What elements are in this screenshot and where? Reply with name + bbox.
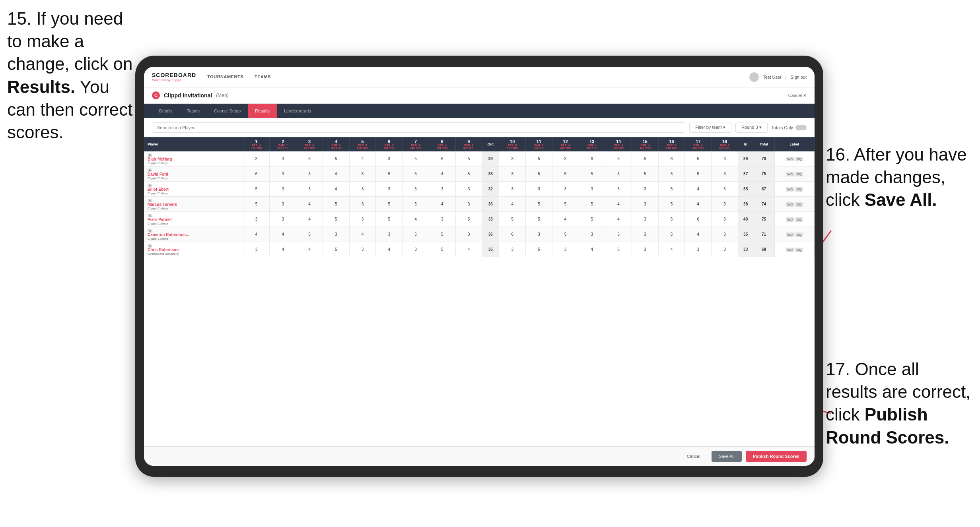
score-h7[interactable]: 4 [402,212,429,227]
score-h6[interactable]: 5 [376,167,402,182]
player-name[interactable]: Cameron Robertson... [148,232,241,237]
score-h9[interactable]: 5 [455,167,482,182]
score-h2[interactable]: 4 [270,242,296,257]
dq-button[interactable]: DQ [795,172,803,176]
score-h15[interactable]: 5 [632,167,658,182]
score-h14[interactable]: 3 [605,167,632,182]
wd-button[interactable]: WD [786,187,794,192]
score-h5[interactable]: 4 [349,151,376,167]
score-h11[interactable]: 5 [526,151,552,167]
score-h13[interactable]: 3 [579,227,605,242]
score-h9[interactable]: 5 [455,151,482,167]
tab-teams[interactable]: Teams [180,104,207,118]
dq-button[interactable]: DQ [795,248,803,252]
player-name[interactable]: Piers Parnell [148,217,241,222]
score-h16[interactable]: 6 [658,151,685,167]
score-h15[interactable]: 5 [632,151,658,167]
tab-leaderboards[interactable]: Leaderboards [277,104,318,118]
score-h8[interactable]: 5 [429,242,455,257]
score-h13[interactable]: 5 [579,212,605,227]
score-h13[interactable]: 3 [579,182,605,197]
score-h11[interactable]: 5 [526,167,552,182]
score-h4[interactable]: 5 [323,151,349,167]
score-h5[interactable]: 3 [349,182,376,197]
round-dropdown[interactable]: Round 3 ▾ [735,122,768,133]
score-h9[interactable]: 4 [455,242,482,257]
tab-details[interactable]: Details [152,104,180,118]
score-h15[interactable]: 3 [632,212,658,227]
score-h17[interactable]: 4 [685,182,712,197]
score-h6[interactable]: 3 [376,151,402,167]
tab-course-setup[interactable]: Course Setup [207,104,248,118]
score-h12[interactable]: 3 [552,242,579,257]
player-name[interactable]: Elliot Ebert [148,187,241,192]
score-h3[interactable]: 5 [296,151,323,167]
score-h4[interactable]: 4 [323,182,349,197]
score-h9[interactable]: 3 [455,197,482,212]
dq-button[interactable]: DQ [795,202,803,207]
score-h12[interactable]: 3 [552,151,579,167]
score-h8[interactable]: 3 [429,212,455,227]
score-h10[interactable]: 5 [499,212,526,227]
score-h17[interactable]: 5 [685,151,712,167]
score-h3[interactable]: 3 [296,182,323,197]
score-h13[interactable]: 5 [579,167,605,182]
wd-button[interactable]: WD [786,248,794,252]
totals-only-toggle[interactable]: Totals Only [772,125,807,130]
score-h3[interactable]: 4 [296,242,323,257]
score-h16[interactable]: 5 [658,197,685,212]
score-h17[interactable]: 4 [685,197,712,212]
score-h16[interactable]: 3 [658,167,685,182]
score-h1[interactable]: 5 [243,182,270,197]
score-h17[interactable]: 5 [685,167,712,182]
score-h8[interactable]: 5 [429,227,455,242]
wd-button[interactable]: WD [786,202,794,207]
score-h7[interactable]: 5 [402,197,429,212]
score-h1[interactable]: 5 [243,197,270,212]
score-h1[interactable]: 6 [243,167,270,182]
score-h9[interactable]: 3 [455,227,482,242]
score-h14[interactable]: 4 [605,197,632,212]
score-h15[interactable]: 3 [632,242,658,257]
score-h16[interactable]: 5 [658,212,685,227]
score-h18[interactable]: 3 [712,242,738,257]
score-h16[interactable]: 5 [658,182,685,197]
score-h12[interactable]: 5 [552,197,579,212]
score-h3[interactable]: 5 [296,227,323,242]
score-h17[interactable]: 3 [685,242,712,257]
score-h14[interactable]: 3 [605,151,632,167]
score-h16[interactable]: 4 [658,242,685,257]
score-h2[interactable]: 3 [270,197,296,212]
score-h1[interactable]: 4 [243,227,270,242]
nav-item-teams[interactable]: TEAMS [255,74,271,80]
player-name[interactable]: David Ford [148,172,241,176]
score-h2[interactable]: 3 [270,167,296,182]
dq-button[interactable]: DQ [795,157,803,161]
score-h12[interactable]: 3 [552,182,579,197]
dq-button[interactable]: DQ [795,232,803,237]
score-h11[interactable]: 5 [526,242,552,257]
score-h15[interactable]: 3 [632,197,658,212]
score-h16[interactable]: 5 [658,227,685,242]
score-h5[interactable]: 3 [349,212,376,227]
wd-button[interactable]: WD [786,172,794,176]
score-h18[interactable]: 3 [712,197,738,212]
filter-team-dropdown[interactable]: Filter by team ▾ [689,122,731,133]
score-h8[interactable]: 6 [429,151,455,167]
score-h12[interactable]: 4 [552,212,579,227]
score-h10[interactable]: 3 [499,242,526,257]
score-h2[interactable]: 3 [270,212,296,227]
score-h13[interactable]: 4 [579,242,605,257]
score-h5[interactable]: 3 [349,167,376,182]
score-h7[interactable]: 5 [402,151,429,167]
score-h3[interactable]: 4 [296,212,323,227]
score-h18[interactable]: 3 [712,167,738,182]
score-h10[interactable]: 3 [499,167,526,182]
dq-button[interactable]: DQ [795,187,803,192]
score-h14[interactable]: 4 [605,212,632,227]
score-h18[interactable]: 6 [712,182,738,197]
score-h11[interactable]: 3 [526,227,552,242]
score-h8[interactable]: 3 [429,182,455,197]
wd-button[interactable]: WD [786,217,794,222]
score-h13[interactable]: 5 [579,197,605,212]
